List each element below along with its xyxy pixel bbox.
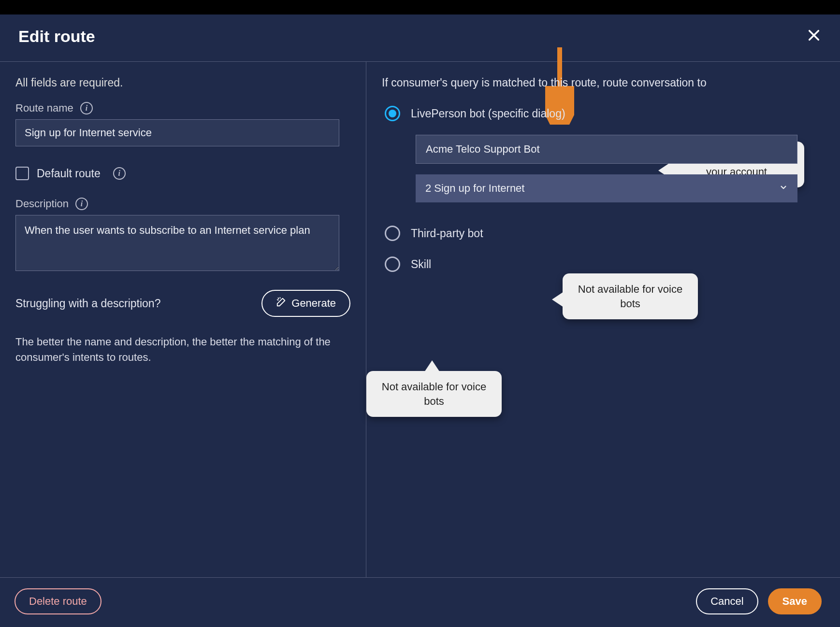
- close-button[interactable]: [807, 28, 821, 44]
- chevron-down-icon: [779, 182, 788, 195]
- info-icon[interactable]: i: [75, 198, 88, 210]
- left-panel: All fields are required. Route name i De…: [0, 62, 366, 577]
- radio-liveperson-bot[interactable]: LivePerson bot (specific dialog): [385, 106, 825, 121]
- magic-wand-icon: [276, 297, 287, 310]
- route-name-field: Route name i: [15, 102, 350, 146]
- right-panel: If consumer's query is matched to this r…: [366, 62, 840, 577]
- required-note: All fields are required.: [15, 76, 350, 89]
- save-button[interactable]: Save: [768, 588, 822, 614]
- description-field: Description i: [15, 198, 350, 273]
- radio-third-party-bot[interactable]: Third-party bot: [385, 226, 825, 241]
- save-label: Save: [782, 595, 807, 608]
- default-route-row: Default route i: [15, 167, 350, 180]
- description-label: Description: [15, 198, 69, 210]
- struggling-text: Struggling with a description?: [15, 297, 160, 310]
- routing-heading: If consumer's query is matched to this r…: [382, 76, 825, 89]
- generate-button-label: Generate: [291, 297, 336, 310]
- dialog-title: Edit route: [18, 27, 95, 46]
- route-name-label: Route name: [15, 102, 73, 114]
- default-route-label: Default route: [37, 167, 101, 180]
- radio-skill-label: Skill: [411, 258, 431, 271]
- radio-unselected-icon: [385, 226, 400, 241]
- radio-liveperson-bot-label: LivePerson bot (specific dialog): [411, 107, 565, 120]
- route-name-input[interactable]: [15, 119, 339, 146]
- cancel-button[interactable]: Cancel: [696, 588, 758, 614]
- cancel-label: Cancel: [710, 595, 743, 608]
- radio-skill[interactable]: Skill: [385, 256, 825, 272]
- edit-route-dialog: Edit route Route to any bot in your acco…: [0, 14, 840, 627]
- info-icon[interactable]: i: [113, 167, 126, 180]
- bot-select-value: Acme Telco Support Bot: [426, 143, 540, 155]
- dialog-select-value: 2 Sign up for Internet: [425, 182, 524, 195]
- dialog-footer: Delete route Cancel Save: [0, 577, 840, 627]
- bot-select[interactable]: Acme Telco Support Bot: [416, 135, 797, 164]
- info-icon[interactable]: i: [80, 102, 93, 114]
- hint-text: The better the name and description, the…: [15, 334, 334, 365]
- dialog-select[interactable]: 2 Sign up for Internet: [416, 174, 797, 202]
- delete-route-label: Delete route: [29, 595, 87, 608]
- delete-route-button[interactable]: Delete route: [14, 588, 101, 614]
- description-input[interactable]: [15, 215, 339, 271]
- radio-selected-icon: [385, 106, 400, 121]
- radio-unselected-icon: [385, 256, 400, 272]
- generate-button[interactable]: Generate: [261, 290, 350, 317]
- dialog-header: Edit route: [0, 14, 840, 62]
- radio-third-party-bot-label: Third-party bot: [411, 227, 483, 240]
- close-icon: [807, 29, 821, 45]
- default-route-checkbox[interactable]: [15, 167, 29, 180]
